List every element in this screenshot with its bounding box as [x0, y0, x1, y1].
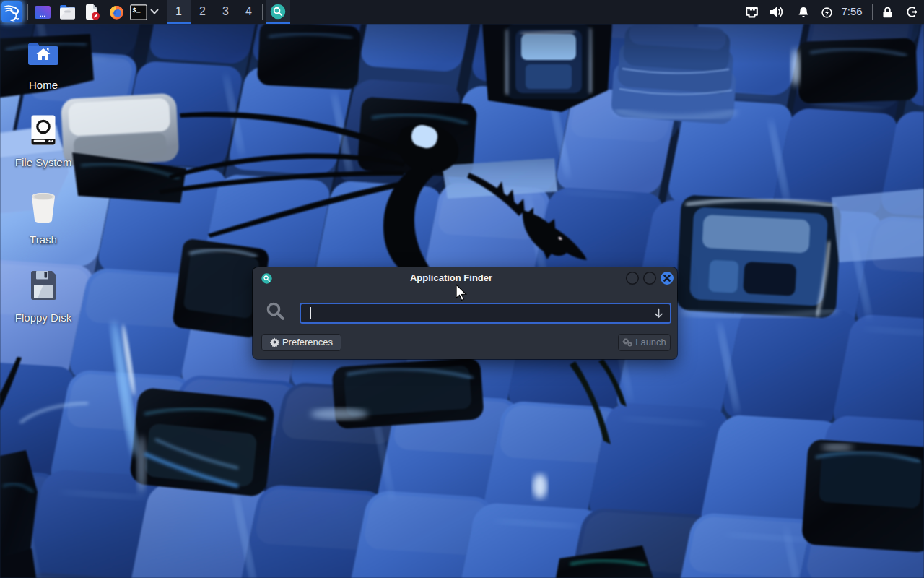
svg-text:$_: $_	[133, 7, 141, 14]
